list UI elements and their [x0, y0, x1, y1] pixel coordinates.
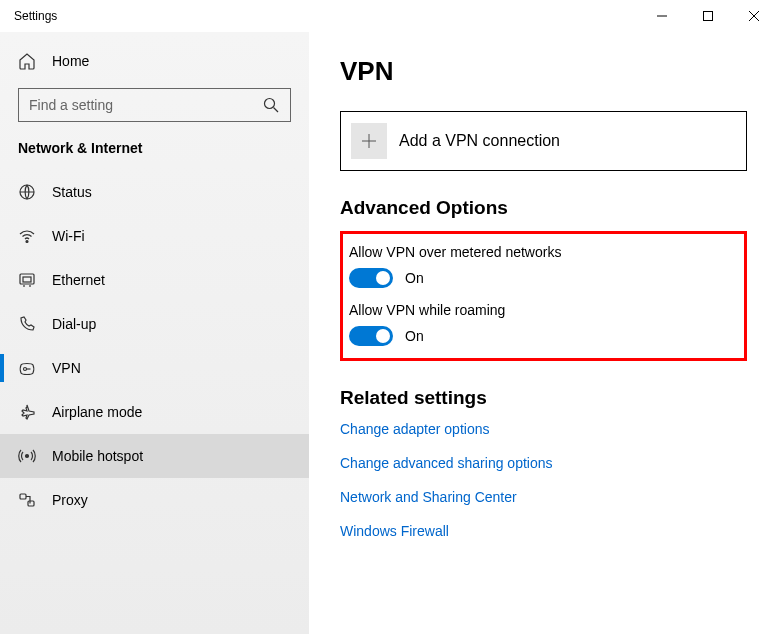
minimize-button[interactable] [639, 0, 685, 32]
advanced-options-group: Allow VPN over metered networks On Allow… [340, 231, 747, 361]
svg-rect-14 [20, 494, 26, 499]
nav-label: Mobile hotspot [52, 448, 143, 464]
home-nav[interactable]: Home [0, 42, 309, 80]
wifi-icon [18, 227, 36, 245]
related-heading: Related settings [340, 387, 747, 409]
proxy-icon [18, 491, 36, 509]
search-box[interactable] [18, 88, 291, 122]
home-label: Home [52, 53, 89, 69]
svg-rect-9 [23, 277, 31, 282]
roaming-toggle[interactable] [349, 326, 393, 346]
link-sharing-options[interactable]: Change advanced sharing options [340, 455, 747, 471]
svg-rect-15 [28, 501, 34, 506]
globe-icon [18, 183, 36, 201]
add-vpn-button[interactable]: Add a VPN connection [340, 111, 747, 171]
svg-point-12 [24, 368, 27, 371]
ethernet-icon [18, 271, 36, 289]
airplane-icon [18, 403, 36, 421]
content-pane: VPN Add a VPN connection Advanced Option… [310, 32, 777, 634]
link-adapter-options[interactable]: Change adapter options [340, 421, 747, 437]
sidebar-item-wifi[interactable]: Wi-Fi [0, 214, 309, 258]
roaming-toggle-label: Allow VPN while roaming [349, 302, 738, 318]
sidebar-item-proxy[interactable]: Proxy [0, 478, 309, 522]
sidebar-item-dialup[interactable]: Dial-up [0, 302, 309, 346]
svg-rect-1 [704, 12, 713, 21]
window-controls [639, 0, 777, 32]
nav-label: Airplane mode [52, 404, 142, 420]
nav-label: Wi-Fi [52, 228, 85, 244]
hotspot-icon [18, 447, 36, 465]
nav-label: Dial-up [52, 316, 96, 332]
nav-label: Proxy [52, 492, 88, 508]
svg-point-4 [265, 99, 275, 109]
home-icon [18, 52, 36, 70]
sidebar-item-vpn[interactable]: VPN [0, 346, 309, 390]
phone-icon [18, 315, 36, 333]
metered-toggle-label: Allow VPN over metered networks [349, 244, 738, 260]
nav-label: VPN [52, 360, 81, 376]
sidebar-item-hotspot[interactable]: Mobile hotspot [0, 434, 309, 478]
app-title: Settings [14, 9, 57, 23]
vpn-icon [18, 359, 36, 377]
advanced-heading: Advanced Options [340, 197, 747, 219]
sidebar: Home Network & Internet Status Wi-Fi Eth… [0, 32, 310, 634]
maximize-button[interactable] [685, 0, 731, 32]
sidebar-item-status[interactable]: Status [0, 170, 309, 214]
section-title: Network & Internet [0, 140, 309, 170]
search-icon [262, 96, 280, 114]
svg-line-5 [274, 108, 279, 113]
svg-point-13 [26, 455, 29, 458]
svg-point-7 [26, 241, 28, 243]
sidebar-item-airplane[interactable]: Airplane mode [0, 390, 309, 434]
metered-toggle-state: On [405, 270, 424, 286]
nav-label: Status [52, 184, 92, 200]
plus-icon [351, 123, 387, 159]
search-input[interactable] [29, 97, 262, 113]
close-button[interactable] [731, 0, 777, 32]
sidebar-item-ethernet[interactable]: Ethernet [0, 258, 309, 302]
nav-label: Ethernet [52, 272, 105, 288]
roaming-toggle-state: On [405, 328, 424, 344]
metered-toggle[interactable] [349, 268, 393, 288]
add-vpn-label: Add a VPN connection [399, 132, 560, 150]
link-windows-firewall[interactable]: Windows Firewall [340, 523, 747, 539]
link-sharing-center[interactable]: Network and Sharing Center [340, 489, 747, 505]
page-heading: VPN [340, 56, 747, 87]
